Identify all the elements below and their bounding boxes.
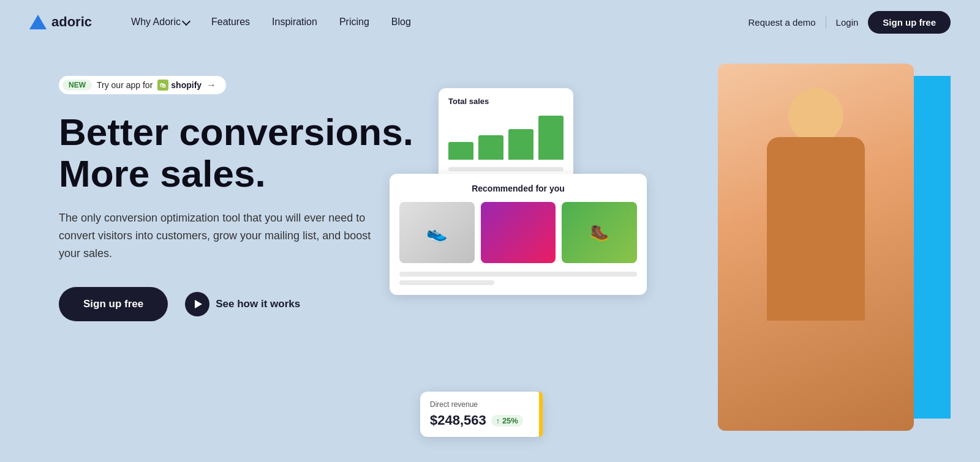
bar-3 <box>508 129 533 160</box>
nav-divider <box>826 16 826 28</box>
nav-item-blog[interactable]: Blog <box>382 12 421 32</box>
revenue-row: $248,563 ↑ 25% <box>430 412 533 428</box>
bar-1 <box>448 142 473 160</box>
bar-2 <box>478 135 503 160</box>
product-card-2 <box>481 202 556 263</box>
revenue-badge: ↑ 25% <box>491 415 523 427</box>
recommended-title: Recommended for you <box>399 184 637 193</box>
revenue-label: Direct revenue <box>430 400 533 409</box>
nav-item-inspiration[interactable]: Inspiration <box>262 12 327 32</box>
hero-right: Total sales Recommended for you 👟 🥾 <box>426 64 951 455</box>
new-pill: NEW <box>62 80 92 91</box>
recommended-products: 👟 🥾 <box>399 202 637 263</box>
product-card-1: 👟 <box>399 202 475 263</box>
shopify-badge[interactable]: NEW Try our app for 🛍 shopify → <box>59 76 226 94</box>
product-card-3: 🥾 <box>562 202 637 263</box>
shopify-bag-icon: 🛍 <box>157 80 168 91</box>
bar-4 <box>538 116 564 160</box>
rec-line-2 <box>399 280 494 285</box>
revenue-card: Direct revenue $248,563 ↑ 25% <box>420 392 543 437</box>
recommended-card: Recommended for you 👟 🥾 <box>390 174 647 295</box>
arrow-right-icon: → <box>206 80 216 91</box>
logo-text: adoric <box>51 14 92 30</box>
request-demo-link[interactable]: Request a demo <box>748 17 816 28</box>
nav-signup-button[interactable]: Sign up free <box>868 11 951 34</box>
total-sales-card: Total sales <box>439 88 573 187</box>
nav-item-why-adoric[interactable]: Why Adoric <box>121 12 199 32</box>
hero-signup-button[interactable]: Sign up free <box>59 287 168 321</box>
logo[interactable]: adoric <box>29 14 92 30</box>
login-link[interactable]: Login <box>836 17 859 28</box>
hero-title: Better conversions. More sales. <box>59 111 426 195</box>
shopify-logo: 🛍 shopify <box>157 80 202 91</box>
product-info-lines <box>399 272 637 285</box>
person-body <box>767 137 865 321</box>
logo-icon <box>29 15 47 29</box>
hero-description: The only conversion optimization tool th… <box>59 209 377 262</box>
rec-line-1 <box>399 272 637 277</box>
gray-line-1 <box>448 167 564 171</box>
play-icon <box>185 292 209 316</box>
nav-links: Why Adoric Features Inspiration Pricing … <box>121 12 748 32</box>
nav-item-pricing[interactable]: Pricing <box>330 12 379 32</box>
hero-actions: Sign up free See how it works <box>59 287 426 321</box>
bar-chart <box>448 113 564 162</box>
badge-text: Try our app for <box>97 80 153 90</box>
hero-left: NEW Try our app for 🛍 shopify → Better c… <box>59 64 426 321</box>
watch-button[interactable]: See how it works <box>185 292 300 316</box>
nav-right: Request a demo Login Sign up free <box>748 11 951 34</box>
play-triangle <box>195 300 202 308</box>
navbar: adoric Why Adoric Features Inspiration P… <box>0 0 980 44</box>
hero-section: NEW Try our app for 🛍 shopify → Better c… <box>0 44 980 462</box>
chevron-down-icon <box>182 17 190 25</box>
person-head <box>788 88 843 143</box>
revenue-value: $248,563 <box>430 412 486 428</box>
hero-person-image <box>718 64 914 431</box>
total-sales-title: Total sales <box>448 97 564 106</box>
nav-item-features[interactable]: Features <box>202 12 260 32</box>
